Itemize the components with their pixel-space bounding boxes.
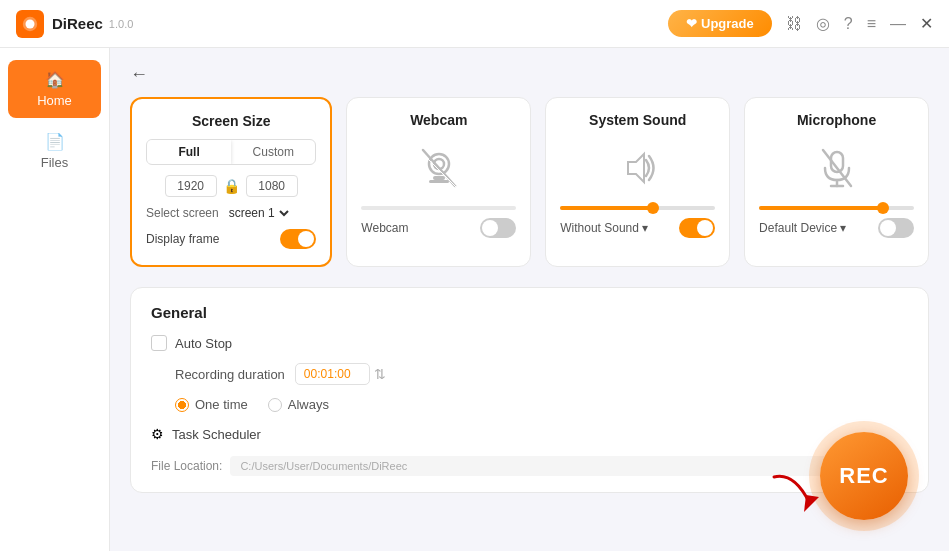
title-bar: DiReec 1.0.0 ❤ Upgrade ⛓ ◎ ? ≡ — ✕ xyxy=(0,0,949,48)
always-radio-circle[interactable] xyxy=(268,398,282,412)
resolution-row: 🔒 xyxy=(146,175,316,197)
sound-slider-thumb xyxy=(647,202,659,214)
webcam-title: Webcam xyxy=(361,112,516,128)
screen-size-title: Screen Size xyxy=(146,113,316,129)
menu-icon[interactable]: ≡ xyxy=(867,15,876,33)
svg-rect-4 xyxy=(433,176,445,180)
app-name: DiReec xyxy=(52,15,103,32)
svg-point-1 xyxy=(26,19,35,28)
auto-stop-checkbox[interactable] xyxy=(151,335,167,351)
file-location-label: File Location: xyxy=(151,459,222,473)
svg-marker-8 xyxy=(628,154,644,182)
auto-stop-label: Auto Stop xyxy=(175,336,232,351)
system-sound-icon-area xyxy=(560,138,715,198)
recording-duration-label: Recording duration xyxy=(175,367,285,382)
sidebar-files-label: Files xyxy=(41,155,68,170)
arrow-container xyxy=(764,467,824,521)
select-screen-label: Select screen xyxy=(146,206,219,220)
dropdown-chevron-icon: ▾ xyxy=(642,221,648,235)
close-icon[interactable]: ✕ xyxy=(920,14,933,33)
webcam-label: Webcam xyxy=(361,221,408,235)
mic-slider-fill xyxy=(759,206,883,210)
webcam-toggle[interactable] xyxy=(480,218,516,238)
lock-icon: 🔒 xyxy=(223,178,240,194)
width-input[interactable] xyxy=(165,175,217,197)
coin-icon[interactable]: ⛓ xyxy=(786,15,802,33)
rec-button[interactable]: REC xyxy=(820,432,908,520)
sidebar: 🏠 Home 📄 Files xyxy=(0,48,110,551)
sound-slider[interactable] xyxy=(560,206,715,210)
webcam-icon-area xyxy=(361,138,516,198)
sidebar-item-home[interactable]: 🏠 Home xyxy=(8,60,101,118)
home-icon: 🏠 xyxy=(45,70,65,89)
mic-dropdown[interactable]: Default Device ▾ xyxy=(759,221,846,235)
mic-slider-thumb xyxy=(877,202,889,214)
mic-dropdown-chevron-icon: ▾ xyxy=(840,221,846,235)
webcam-slider-container xyxy=(361,206,516,210)
sound-toggle[interactable] xyxy=(679,218,715,238)
webcam-slider[interactable] xyxy=(361,206,516,210)
webcam-icon xyxy=(415,144,463,192)
one-time-radio-circle[interactable] xyxy=(175,398,189,412)
sidebar-home-label: Home xyxy=(37,93,72,108)
full-size-button[interactable]: Full xyxy=(147,140,231,164)
speaker-icon xyxy=(614,144,662,192)
title-bar-icons: ⛓ ◎ ? ≡ — ✕ xyxy=(786,14,933,33)
display-frame-label: Display frame xyxy=(146,232,219,246)
duration-row: Recording duration ⇅ xyxy=(151,363,908,385)
without-sound-label: Without Sound xyxy=(560,221,639,235)
task-scheduler-gear-icon: ⚙ xyxy=(151,426,164,442)
rec-arrow-icon xyxy=(764,467,824,517)
cards-row: Screen Size Full Custom 🔒 Select screen … xyxy=(130,97,929,267)
help-icon[interactable]: ? xyxy=(844,15,853,33)
rec-label: REC xyxy=(839,463,888,489)
settings-circle-icon[interactable]: ◎ xyxy=(816,14,830,33)
microphone-title: Microphone xyxy=(759,112,914,128)
mic-bottom: Default Device ▾ xyxy=(759,218,914,238)
system-sound-title: System Sound xyxy=(560,112,715,128)
sidebar-item-files[interactable]: 📄 Files xyxy=(8,122,101,180)
one-time-radio[interactable]: One time xyxy=(175,397,248,412)
microphone-icon-area xyxy=(759,138,914,198)
screen-size-card: Screen Size Full Custom 🔒 Select screen … xyxy=(130,97,332,267)
one-time-label: One time xyxy=(195,397,248,412)
duration-input[interactable] xyxy=(295,363,370,385)
general-title: General xyxy=(151,304,908,321)
auto-stop-row: Auto Stop xyxy=(151,335,908,351)
sound-bottom: Without Sound ▾ xyxy=(560,218,715,238)
microphone-icon xyxy=(813,144,861,192)
svg-point-2 xyxy=(429,154,449,174)
webcam-bottom: Webcam xyxy=(361,218,516,238)
back-button[interactable]: ← xyxy=(130,64,148,85)
display-frame-toggle[interactable] xyxy=(280,229,316,249)
rec-outer-ring: REC xyxy=(809,421,919,531)
screen-row: Select screen screen 1 xyxy=(146,205,316,221)
upgrade-button[interactable]: ❤ Upgrade xyxy=(668,10,771,37)
mic-slider[interactable] xyxy=(759,206,914,210)
height-input[interactable] xyxy=(246,175,298,197)
duration-spin-icon[interactable]: ⇅ xyxy=(374,366,386,382)
app-version: 1.0.0 xyxy=(109,18,133,30)
repeat-row: One time Always xyxy=(151,397,908,412)
always-radio[interactable]: Always xyxy=(268,397,329,412)
app-logo xyxy=(16,10,44,38)
svg-marker-13 xyxy=(804,495,819,512)
task-scheduler-label[interactable]: Task Scheduler xyxy=(172,427,261,442)
files-icon: 📄 xyxy=(45,132,65,151)
sound-slider-fill xyxy=(560,206,653,210)
display-frame-row: Display frame xyxy=(146,229,316,249)
sound-dropdown[interactable]: Without Sound ▾ xyxy=(560,221,648,235)
rec-button-container: REC xyxy=(809,421,919,531)
microphone-card: Microphone xyxy=(744,97,929,267)
main-layout: 🏠 Home 📄 Files ← Screen Size Full Custom… xyxy=(0,48,949,551)
mic-toggle[interactable] xyxy=(878,218,914,238)
minimize-icon[interactable]: — xyxy=(890,15,906,33)
always-label: Always xyxy=(288,397,329,412)
webcam-card: Webcam Webcam xyxy=(346,97,531,267)
sound-slider-container xyxy=(560,206,715,210)
screen-select[interactable]: screen 1 xyxy=(225,205,292,221)
svg-rect-5 xyxy=(429,180,449,183)
custom-size-button[interactable]: Custom xyxy=(231,140,315,164)
task-row: ⚙ Task Scheduler xyxy=(151,426,908,442)
size-toggle: Full Custom xyxy=(146,139,316,165)
